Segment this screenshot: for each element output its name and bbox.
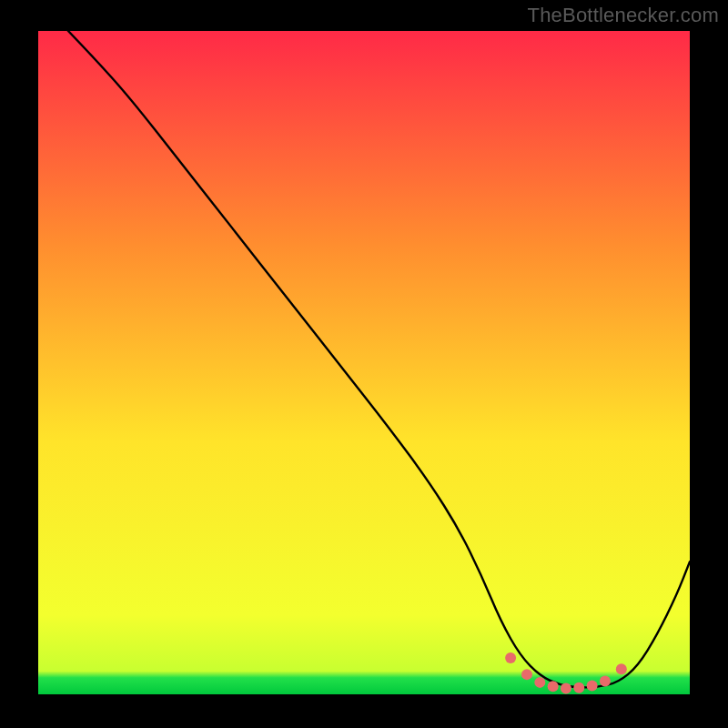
optimal-point — [521, 669, 532, 680]
watermark-text: TheBottlenecker.com — [528, 4, 719, 27]
optimal-point — [616, 663, 627, 674]
gradient-background — [38, 31, 690, 694]
plot-area — [38, 31, 690, 694]
optimal-point — [548, 681, 559, 692]
chart-frame: TheBottlenecker.com — [0, 0, 728, 728]
optimal-point — [534, 677, 545, 688]
optimal-point — [600, 675, 611, 686]
bottleneck-chart — [38, 31, 690, 694]
optimal-point — [505, 652, 516, 663]
optimal-point — [561, 682, 571, 693]
optimal-point — [573, 682, 584, 693]
optimal-point — [587, 681, 598, 692]
